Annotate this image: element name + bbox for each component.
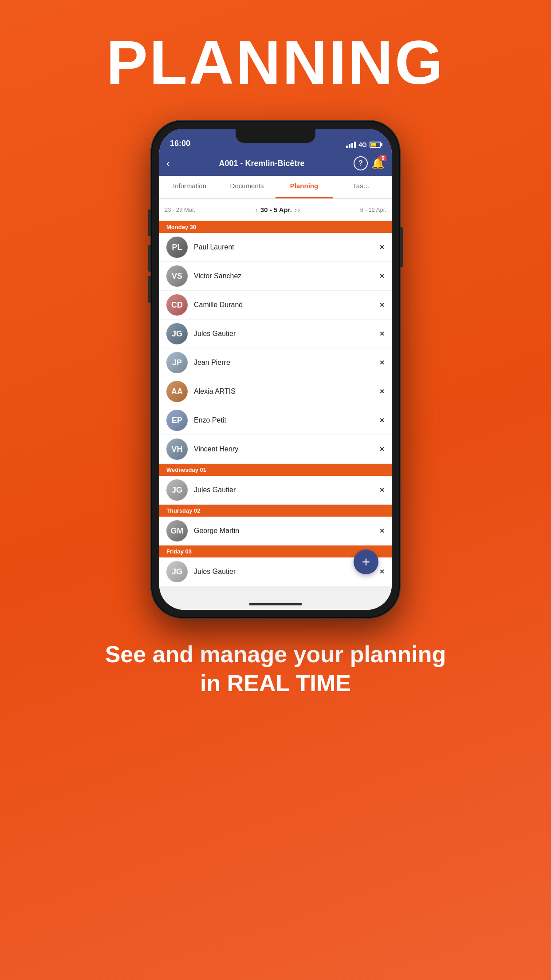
person-name: Enzo Petit <box>194 416 373 424</box>
week-prev-arrow[interactable]: ‹ <box>255 206 257 214</box>
avatar: EP <box>166 410 188 431</box>
list-item: GM George Martin ✕ <box>159 517 392 545</box>
signal-bar-4 <box>354 142 356 148</box>
signal-bar-2 <box>349 144 350 148</box>
person-name: Alexia ARTIS <box>194 387 373 395</box>
person-name: Paul Laurent <box>194 243 373 251</box>
list-item: JP Jean Pierre ✕ <box>159 348 392 377</box>
fab-add-button[interactable]: + <box>354 549 378 574</box>
nav-title: A001 - Kremlin-Bicêtre <box>173 159 350 168</box>
avatar: JP <box>166 352 188 373</box>
week-prev-button[interactable]: 23 - 29 Mar. <box>165 206 195 213</box>
list-item: PL Paul Laurent ✕ <box>159 233 392 262</box>
remove-button[interactable]: ✕ <box>379 527 385 534</box>
person-name: Victor Sanchez <box>194 272 373 280</box>
avatar: JG <box>166 479 188 501</box>
nav-bell-button[interactable]: 🔔 5 <box>371 157 385 170</box>
nav-badge: 5 <box>379 155 386 161</box>
day-header-monday: Monday 30 <box>159 221 392 233</box>
nav-bar: ‹ A001 - Kremlin-Bicêtre ? 🔔 5 <box>159 151 392 176</box>
phone-notch <box>236 129 315 143</box>
tab-planning[interactable]: Planning <box>276 176 333 198</box>
avatar: GM <box>166 520 188 541</box>
remove-button[interactable]: ✕ <box>379 330 385 337</box>
battery-icon <box>370 142 381 148</box>
home-indicator <box>249 603 302 605</box>
person-name: Jean Pierre <box>194 359 373 367</box>
nav-help-button[interactable]: ? <box>354 156 368 170</box>
person-name: Camille Durand <box>194 301 373 309</box>
nav-back-button[interactable]: ‹ <box>166 157 170 170</box>
person-name: Vincent Henry <box>194 445 373 453</box>
person-name: George Martin <box>194 527 373 535</box>
phone-frame: 16:00 4G ‹ A001 - Kremlin <box>151 121 400 618</box>
remove-button[interactable]: ✕ <box>379 273 385 280</box>
day-header-thursday: Thursday 02 <box>159 505 392 517</box>
person-name: Jules Gautier <box>194 568 373 576</box>
hero-title: PLANNING <box>106 27 445 99</box>
list-item: JG Jules Gautier ✕ <box>159 320 392 348</box>
week-current-label: 30 - 5 Apr. <box>260 206 292 213</box>
week-next-label: 6 - 12 Apr. <box>360 206 386 213</box>
lte-label: 4G <box>358 141 367 148</box>
remove-button[interactable]: ✕ <box>379 486 385 494</box>
remove-button[interactable]: ✕ <box>379 568 385 575</box>
bottom-line2: in REAL TIME <box>200 670 351 696</box>
battery-fill <box>371 143 376 146</box>
person-name: Jules Gautier <box>194 486 373 494</box>
week-next-arrow[interactable]: › <box>295 206 297 214</box>
bottom-line1: See and manage your planning <box>105 641 446 667</box>
tabs-bar: Information Documents Planning Tas… <box>159 176 392 199</box>
remove-button[interactable]: ✕ <box>379 244 385 251</box>
list-item: CD Camille Durand ✕ <box>159 291 392 320</box>
avatar: CD <box>166 294 188 316</box>
avatar: AA <box>166 381 188 402</box>
status-time: 16:00 <box>170 139 190 148</box>
list-item: EP Enzo Petit ✕ <box>159 406 392 435</box>
signal-bar-1 <box>346 146 348 148</box>
phone-screen: 16:00 4G ‹ A001 - Kremlin <box>159 129 392 610</box>
avatar: PL <box>166 237 188 258</box>
remove-button[interactable]: ✕ <box>379 446 385 453</box>
remove-button[interactable]: ✕ <box>379 417 385 424</box>
list-item: VS Victor Sanchez ✕ <box>159 262 392 291</box>
tab-documents[interactable]: Documents <box>218 176 276 198</box>
avatar: JG <box>166 323 188 344</box>
schedule-list: Monday 30 PL Paul Laurent ✕ VS Victor Sa… <box>159 221 392 610</box>
avatar: VH <box>166 439 188 460</box>
remove-button[interactable]: ✕ <box>379 301 385 308</box>
phone-mockup: 16:00 4G ‹ A001 - Kremlin <box>151 121 400 618</box>
week-current: ‹ 30 - 5 Apr. › › <box>255 206 300 214</box>
remove-button[interactable]: ✕ <box>379 388 385 395</box>
person-name: Jules Gautier <box>194 330 373 338</box>
remove-button[interactable]: ✕ <box>379 359 385 366</box>
tab-tasks[interactable]: Tas… <box>333 176 390 198</box>
list-item: JG Jules Gautier ✕ <box>159 476 392 505</box>
week-nav: 23 - 29 Mar. ‹ 30 - 5 Apr. › › 6 - 12 Ap… <box>159 199 392 221</box>
bottom-subtitle: See and manage your planning in REAL TIM… <box>70 640 482 698</box>
signal-bars <box>346 142 356 148</box>
signal-bar-3 <box>351 143 353 148</box>
tab-information[interactable]: Information <box>161 176 218 198</box>
avatar: JG <box>166 561 188 582</box>
week-next-double-arrow[interactable]: › <box>298 206 300 214</box>
status-icons: 4G <box>346 141 381 148</box>
list-item: VH Vincent Henry ✕ <box>159 435 392 464</box>
day-header-wednesday: Wednesday 01 <box>159 464 392 476</box>
list-item: AA Alexia ARTIS ✕ <box>159 377 392 406</box>
avatar: VS <box>166 265 188 287</box>
